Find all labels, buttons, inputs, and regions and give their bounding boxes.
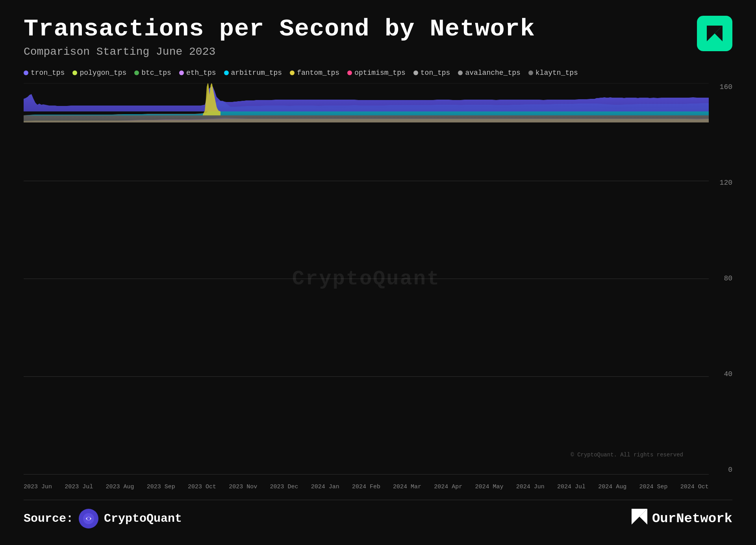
y-label: 0: [728, 466, 732, 474]
legend-item-polygon_tps: polygon_tps: [72, 69, 126, 77]
x-label: 2023 Sep: [147, 484, 175, 490]
x-label: 2024 Aug: [598, 484, 626, 490]
legend-dot-polygon_tps: [72, 70, 77, 75]
main-title: Transactions per Second by Network: [24, 16, 535, 43]
legend-item-arbitrum_tps: arbitrum_tps: [224, 69, 282, 77]
x-axis: 2023 Jun2023 Jul2023 Aug2023 Sep2023 Oct…: [24, 476, 709, 490]
title-block: Transactions per Second by Network Compa…: [24, 16, 535, 58]
cryptoquant-label: CryptoQuant: [104, 512, 182, 525]
x-label: 2023 Dec: [270, 484, 298, 490]
subtitle: Comparison Starting June 2023: [24, 46, 535, 58]
source-label: Source:: [24, 512, 73, 525]
ournetwork-label: OurNetwork: [652, 511, 732, 526]
legend-item-optimism_tps: optimism_tps: [347, 69, 406, 77]
x-label: 2024 Apr: [434, 484, 462, 490]
header: Transactions per Second by Network Compa…: [24, 16, 732, 58]
x-label: 2023 Jun: [24, 484, 52, 490]
y-label: 80: [724, 274, 732, 282]
x-label: 2024 Sep: [639, 484, 668, 490]
legend-label-eth_tps: eth_tps: [186, 69, 216, 77]
x-label: 2024 Jul: [557, 484, 586, 490]
legend-item-eth_tps: eth_tps: [179, 69, 216, 77]
legend-dot-avalanche_tps: [458, 70, 463, 75]
y-label: 160: [720, 83, 732, 91]
svg-point-14: [87, 517, 90, 520]
legend-label-btc_tps: btc_tps: [141, 69, 171, 77]
y-axis: 16012080400: [709, 83, 732, 475]
y-label: 40: [724, 370, 732, 378]
x-label: 2024 Mar: [393, 484, 421, 490]
x-label: 2023 Aug: [106, 484, 134, 490]
legend-label-fantom_tps: fantom_tps: [297, 69, 339, 77]
legend-item-tron_tps: tron_tps: [24, 69, 65, 77]
x-label: 2023 Nov: [229, 484, 257, 490]
x-label: 2024 Oct: [680, 484, 709, 490]
legend-item-avalanche_tps: avalanche_tps: [458, 69, 520, 77]
legend-label-arbitrum_tps: arbitrum_tps: [231, 69, 282, 77]
cryptoquant-logo: [79, 509, 98, 528]
legend-label-avalanche_tps: avalanche_tps: [465, 69, 520, 77]
legend-label-klaytn_tps: klaytn_tps: [536, 69, 578, 77]
legend-dot-optimism_tps: [347, 70, 352, 75]
legend-label-polygon_tps: polygon_tps: [80, 69, 126, 77]
footer: Source: CryptoQuant OurNetwork: [24, 500, 732, 529]
chart-area: CryptoQuant © CryptoQuant. All rights re…: [24, 83, 709, 475]
ournetwork-block: OurNetwork: [631, 508, 732, 529]
x-label: 2023 Oct: [188, 484, 216, 490]
chart-container: CryptoQuant © CryptoQuant. All rights re…: [24, 83, 732, 490]
ournetwork-logo-icon: [697, 16, 732, 51]
legend-item-fantom_tps: fantom_tps: [290, 69, 339, 77]
legend-item-ton_tps: ton_tps: [413, 69, 450, 77]
x-label: 2024 Jun: [516, 484, 545, 490]
x-label: 2023 Jul: [65, 484, 93, 490]
svg-marker-11: [24, 86, 709, 111]
legend-dot-ton_tps: [413, 70, 418, 75]
legend-item-btc_tps: btc_tps: [134, 69, 171, 77]
x-label: 2024 Jan: [311, 484, 339, 490]
x-label: 2024 Feb: [352, 484, 380, 490]
legend-label-tron_tps: tron_tps: [31, 69, 65, 77]
legend-dot-btc_tps: [134, 70, 139, 75]
source-block: Source: CryptoQuant: [24, 509, 182, 528]
ournetwork-logo: [631, 508, 648, 529]
legend-dot-eth_tps: [179, 70, 184, 75]
legend-label-ton_tps: ton_tps: [421, 69, 450, 77]
copyright: © CryptoQuant. All rights reserved: [571, 452, 683, 458]
legend-dot-arbitrum_tps: [224, 70, 229, 75]
legend-dot-klaytn_tps: [528, 70, 533, 75]
legend-dot-fantom_tps: [290, 70, 295, 75]
legend-label-optimism_tps: optimism_tps: [354, 69, 406, 77]
legend-item-klaytn_tps: klaytn_tps: [528, 69, 578, 77]
y-label: 120: [720, 179, 732, 187]
legend-dot-tron_tps: [24, 70, 28, 75]
x-label: 2024 May: [475, 484, 504, 490]
legend: tron_tpspolygon_tpsbtc_tpseth_tpsarbitru…: [24, 69, 732, 77]
